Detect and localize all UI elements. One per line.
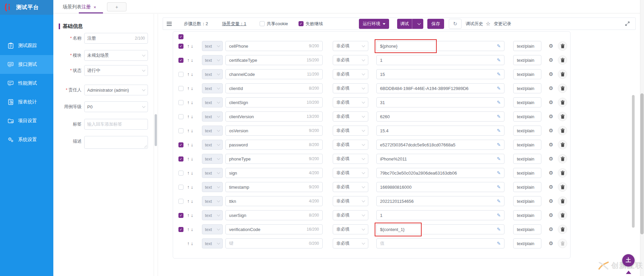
row-checkbox[interactable]: [178, 213, 183, 218]
row-checkbox[interactable]: [178, 86, 183, 91]
required-select[interactable]: 非必填: [333, 55, 368, 65]
required-select[interactable]: 非必填: [333, 168, 368, 178]
row-checkbox[interactable]: [178, 100, 183, 105]
delete-button[interactable]: [558, 70, 567, 79]
param-value-input[interactable]: 15.4✎: [376, 126, 504, 136]
select-模块[interactable]: 未规划场景: [84, 50, 148, 61]
param-name-input[interactable]: channelCode11/200: [225, 69, 323, 79]
param-name-input[interactable]: password8/200: [225, 140, 323, 150]
move-up-icon[interactable]: ↑: [187, 43, 190, 49]
edit-pencil-icon[interactable]: ✎: [497, 198, 501, 204]
tab-scene-list[interactable]: 场景列表: [63, 4, 82, 10]
edit-pencil-icon[interactable]: ✎: [497, 100, 501, 105]
sidebar-item-project-settings[interactable]: 项目设置: [0, 111, 53, 130]
move-up-icon[interactable]: ↑: [187, 86, 190, 91]
param-type-select[interactable]: text: [202, 55, 223, 65]
param-type-select[interactable]: text: [202, 168, 223, 178]
param-value-input[interactable]: 15✎: [376, 69, 504, 79]
edit-pencil-icon[interactable]: ✎: [497, 227, 501, 232]
move-down-icon[interactable]: ↓: [191, 142, 193, 147]
debug-history-link[interactable]: 调试历史: [466, 18, 483, 30]
row-checkbox[interactable]: [178, 128, 183, 133]
move-down-icon[interactable]: ↓: [191, 156, 193, 162]
required-select[interactable]: 非必填: [333, 41, 368, 51]
page-scrollbar-thumb[interactable]: [640, 93, 644, 234]
param-name-input[interactable]: 键0/200: [225, 238, 323, 248]
required-select[interactable]: 非必填: [333, 97, 368, 107]
required-select[interactable]: 非必填: [333, 224, 368, 234]
edit-pencil-icon[interactable]: ✎: [497, 86, 501, 91]
add-tab-button[interactable]: +: [107, 2, 126, 11]
gear-icon[interactable]: ⚙: [549, 128, 553, 134]
delete-button[interactable]: [558, 98, 567, 107]
tab-register[interactable]: 注册 ×: [82, 4, 96, 10]
move-up-icon[interactable]: ↑: [187, 184, 190, 190]
content-type-input[interactable]: text/plain: [513, 224, 541, 234]
scroll-up-arrow-icon[interactable]: [626, 271, 631, 274]
input-标签[interactable]: 输入回车添加标签: [84, 119, 148, 130]
move-up-icon[interactable]: ↑: [187, 241, 190, 246]
move-down-icon[interactable]: ↓: [191, 57, 193, 63]
delete-button[interactable]: [558, 211, 567, 220]
required-select[interactable]: 非必填: [333, 210, 368, 220]
share-cookie-checkbox[interactable]: 共享cookie: [260, 18, 288, 30]
param-type-select[interactable]: text: [202, 154, 223, 164]
param-name-input[interactable]: ttkn4/200: [225, 196, 323, 206]
param-value-input[interactable]: 6260✎: [376, 111, 504, 122]
move-down-icon[interactable]: ↓: [191, 43, 193, 49]
debug-split-button[interactable]: 调试: [397, 19, 423, 29]
param-value-input[interactable]: e5272f303547dcdc5e9c618cd07668a5✎: [376, 140, 504, 150]
content-type-input[interactable]: text/plain: [513, 126, 541, 136]
row-checkbox[interactable]: [178, 72, 183, 77]
move-down-icon[interactable]: ↓: [191, 241, 193, 246]
required-select[interactable]: 非必填: [333, 182, 368, 192]
param-type-select[interactable]: text: [202, 126, 223, 136]
param-type-select[interactable]: text: [202, 111, 223, 122]
gear-icon[interactable]: ⚙: [549, 170, 553, 176]
edit-pencil-icon[interactable]: ✎: [497, 142, 501, 147]
param-value-input[interactable]: ${content_1}✎: [376, 224, 504, 234]
textarea-描述[interactable]: [84, 136, 148, 149]
content-type-input[interactable]: text/plain: [513, 69, 541, 79]
param-type-select[interactable]: text: [202, 224, 223, 234]
move-down-icon[interactable]: ↓: [191, 184, 193, 190]
param-name-input[interactable]: userSign8/200: [225, 210, 323, 220]
param-name-input[interactable]: certificateType15/200: [225, 55, 323, 65]
delete-button[interactable]: [558, 196, 567, 206]
share-cookie-box[interactable]: [260, 21, 265, 26]
move-up-icon[interactable]: ↑: [187, 142, 190, 147]
edit-pencil-icon[interactable]: ✎: [497, 114, 501, 119]
gear-icon[interactable]: ⚙: [549, 142, 553, 148]
delete-button[interactable]: [558, 182, 567, 192]
move-up-icon[interactable]: ↑: [187, 57, 190, 63]
content-type-input[interactable]: text/plain: [513, 55, 541, 65]
move-down-icon[interactable]: ↓: [191, 128, 193, 133]
select-用例等级[interactable]: P0: [84, 101, 148, 112]
required-select[interactable]: 非必填: [333, 140, 368, 150]
edit-pencil-icon[interactable]: ✎: [497, 72, 501, 77]
move-down-icon[interactable]: ↓: [191, 100, 193, 105]
move-down-icon[interactable]: ↓: [191, 213, 193, 218]
sidebar-item-system-settings[interactable]: 系统设置: [0, 130, 53, 149]
panel-scrollbar-thumb[interactable]: [155, 114, 157, 146]
row-checkbox[interactable]: [178, 156, 183, 162]
move-up-icon[interactable]: ↑: [187, 100, 190, 105]
row-checkbox[interactable]: [178, 227, 183, 232]
move-up-icon[interactable]: ↑: [187, 227, 190, 232]
edit-pencil-icon[interactable]: ✎: [497, 213, 501, 218]
sidebar-item-report-stats[interactable]: 报表统计: [0, 93, 53, 111]
edit-pencil-icon[interactable]: ✎: [497, 128, 501, 133]
move-up-icon[interactable]: ↑: [187, 128, 190, 133]
gear-icon[interactable]: ⚙: [549, 43, 553, 49]
menu-icon[interactable]: [166, 18, 172, 30]
change-log-link[interactable]: 变更记录: [494, 18, 511, 30]
required-select[interactable]: 非必填: [333, 111, 368, 122]
gear-icon[interactable]: ⚙: [549, 57, 553, 63]
fail-continue-box[interactable]: [299, 21, 304, 26]
content-type-input[interactable]: text/plain: [513, 111, 541, 122]
edit-pencil-icon[interactable]: ✎: [497, 57, 501, 63]
param-value-input[interactable]: 20221201154656✎: [376, 196, 504, 206]
required-select[interactable]: 非必填: [333, 83, 368, 93]
content-type-input[interactable]: text/plain: [513, 41, 541, 51]
row-checkbox[interactable]: [178, 185, 183, 190]
